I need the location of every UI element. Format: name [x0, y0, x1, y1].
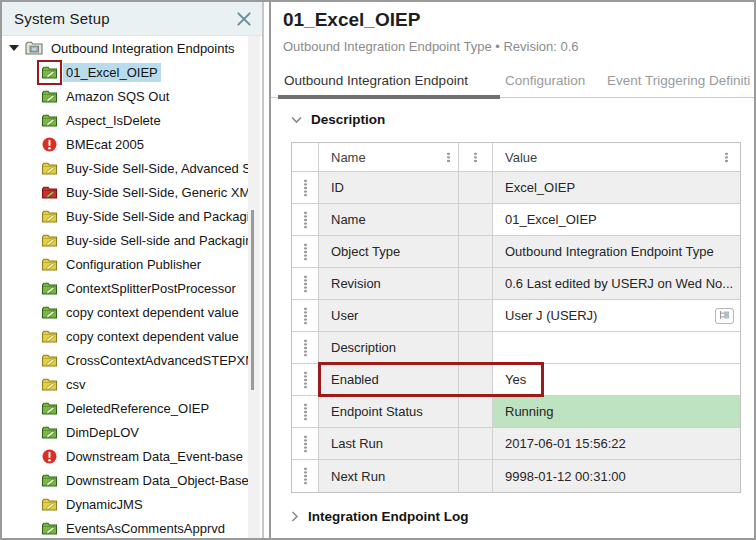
oiep-inactive-icon [41, 160, 58, 177]
tree-item-label: Buy-Side Sell-Side and Packagin [63, 207, 248, 226]
tree-item-label: Downstream Data_Object-Base [63, 471, 248, 490]
description-section-header[interactable]: Description [291, 112, 385, 127]
attribute-name-cell: Enabled [319, 364, 459, 396]
tree-item[interactable]: Buy-Side Sell-Side, Generic XML [2, 180, 248, 204]
system-setup-panel: System Setup Outbound Integration Endpoi… [2, 2, 262, 538]
table-rows: ID Excel_OIEP Name 01_Excel_OIEP [292, 172, 740, 492]
tree-item[interactable]: Amazon SQS Out [2, 84, 248, 108]
chevron-right-icon [291, 511, 299, 522]
oiep-active-icon [41, 280, 58, 297]
tree-item[interactable]: Buy-side Sell-side and Packagin [2, 228, 248, 252]
table-row: Name 01_Excel_OIEP [292, 204, 740, 236]
active-tab-underline [278, 95, 500, 99]
row-drag-handle[interactable] [292, 364, 319, 396]
hierarchy-picker-icon[interactable] [715, 308, 734, 324]
tree-item[interactable]: Aspect_IsDelete [2, 108, 248, 132]
close-icon[interactable] [236, 11, 252, 27]
row-drag-handle[interactable] [292, 332, 319, 364]
column-menu-icon[interactable] [474, 152, 477, 163]
tree-item-label: Buy-side Sell-side and Packagin [63, 231, 248, 250]
attribute-value-cell[interactable] [493, 332, 740, 364]
attribute-value-cell[interactable]: Outbound Integration Endpoint Type [493, 236, 740, 268]
tree-item-label: Configuration Publisher [63, 255, 204, 274]
tree-item[interactable]: copy context dependent value [2, 300, 248, 324]
tree-root-node[interactable]: Outbound Integration Endpoints [2, 36, 248, 60]
row-drag-handle[interactable] [292, 268, 319, 300]
page-title: 01_Excel_OIEP [283, 9, 420, 31]
row-drag-handle[interactable] [292, 236, 319, 268]
attribute-value-cell[interactable]: User J (USERJ) [493, 300, 740, 332]
tree-item-label: CrossContextAdvancedSTEPXM [63, 351, 248, 370]
attribute-name-cell: Description [319, 332, 459, 364]
tree-item-label: Buy-Side Sell-Side, Advanced S [63, 159, 248, 178]
tab-configuration[interactable]: Configuration [505, 62, 585, 98]
oiep-error-icon [41, 448, 58, 465]
tree-item-label: copy context dependent value [63, 327, 242, 346]
tree-item[interactable]: EventsAsCommentsApprvd [2, 516, 248, 538]
attribute-value-cell[interactable]: 2017-06-01 15:56:22 [493, 428, 740, 460]
row-drag-handle[interactable] [292, 172, 319, 204]
table-row: ID Excel_OIEP [292, 172, 740, 204]
tree-item[interactable]: 01_Excel_OIEP [2, 60, 248, 84]
oiep-active-icon [41, 64, 58, 81]
tree-scrollbar-thumb[interactable] [251, 210, 254, 390]
tree-item[interactable]: csv [2, 372, 248, 396]
panel-splitter[interactable] [262, 2, 271, 538]
attribute-name-cell: Revision [319, 268, 459, 300]
tree-item[interactable]: Downstream Data_Object-Base [2, 468, 248, 492]
oiep-active-icon [41, 472, 58, 489]
tree-item[interactable]: ContextSplitterPostProcessor [2, 276, 248, 300]
tree-item-label: EventsAsCommentsApprvd [63, 519, 228, 538]
table-row: Enabled Yes [292, 364, 740, 396]
tab-outbound-integration-endpoint[interactable]: Outbound Integration Endpoint [278, 62, 500, 98]
sidebar-header: System Setup [2, 2, 262, 36]
attribute-value-cell[interactable]: Excel_OIEP [493, 172, 740, 204]
oiep-active-icon [41, 520, 58, 537]
attribute-value-cell[interactable]: 9998-01-12 00:31:00 [493, 460, 740, 492]
tree-item-label: 01_Excel_OIEP [63, 63, 161, 82]
column-menu-icon[interactable] [725, 152, 728, 163]
oiep-active-icon [41, 304, 58, 321]
attribute-value-cell[interactable]: Running [493, 396, 740, 428]
oiep-inactive-icon [41, 256, 58, 273]
tree-items: 01_Excel_OIEP Amazon SQS Out Aspect_IsDe… [2, 60, 248, 538]
oiep-active-icon [41, 88, 58, 105]
tree-item[interactable]: copy context dependent value [2, 324, 248, 348]
tree-item[interactable]: DynamicJMS [2, 492, 248, 516]
tree-item[interactable]: Downstream Data_Event-base [2, 444, 248, 468]
oiep-inactive-icon [41, 496, 58, 513]
attribute-name-cell: Name [319, 204, 459, 236]
attribute-value-cell[interactable]: Yes [493, 364, 740, 396]
attribute-value-cell[interactable]: 0.6 Last edited by USERJ on Wed No... [493, 268, 740, 300]
chevron-down-icon [291, 116, 302, 124]
table-header-row: Name Value [292, 143, 740, 172]
row-drag-handle[interactable] [292, 300, 319, 332]
row-drag-handle[interactable] [292, 396, 319, 428]
tree-item[interactable]: DimDepLOV [2, 420, 248, 444]
oiep-inactive-icon [41, 328, 58, 345]
row-drag-handle[interactable] [292, 460, 319, 492]
tree-item-label: BMEcat 2005 [63, 135, 147, 154]
row-drag-handle[interactable] [292, 428, 319, 460]
tree-item-label: ContextSplitterPostProcessor [63, 279, 239, 298]
page-subtitle: Outbound Integration Endpoint Type • Rev… [283, 39, 579, 54]
table-row: Last Run 2017-06-01 15:56:22 [292, 428, 740, 460]
tree-item[interactable]: Buy-Side Sell-Side and Packagin [2, 204, 248, 228]
tree-item[interactable]: Configuration Publisher [2, 252, 248, 276]
tabstrip: Outbound Integration Endpoint Configurat… [271, 62, 754, 98]
expander-caret-icon[interactable] [9, 45, 19, 51]
log-section-header[interactable]: Integration Endpoint Log [291, 509, 468, 524]
tree-item-label: DeletedReference_OIEP [63, 399, 212, 418]
tree-item[interactable]: DeletedReference_OIEP [2, 396, 248, 420]
tree-scrollbar-track[interactable] [248, 36, 260, 538]
tree-item[interactable]: Buy-Side Sell-Side, Advanced S [2, 156, 248, 180]
tree-item[interactable]: BMEcat 2005 [2, 132, 248, 156]
column-menu-icon[interactable] [447, 152, 450, 163]
tree-item-label: Amazon SQS Out [63, 87, 172, 106]
attribute-value-cell[interactable]: 01_Excel_OIEP [493, 204, 740, 236]
tree-item[interactable]: CrossContextAdvancedSTEPXM [2, 348, 248, 372]
oiep-inactive-icon [41, 232, 58, 249]
oiep-active-icon [41, 424, 58, 441]
row-drag-handle[interactable] [292, 204, 319, 236]
tab-event-triggering-definitions[interactable]: Event Triggering Definiti [607, 62, 750, 98]
